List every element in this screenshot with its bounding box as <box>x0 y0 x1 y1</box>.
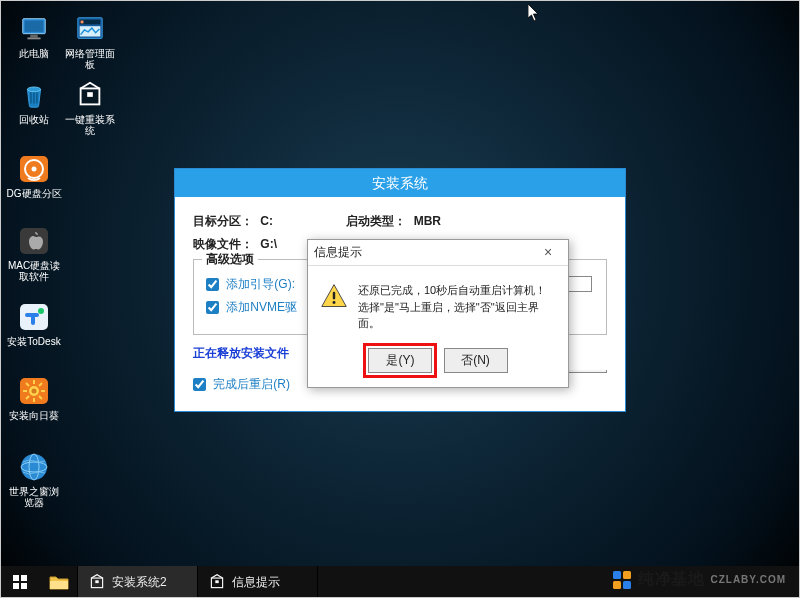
advanced-options-title: 高级选项 <box>202 251 258 268</box>
svg-point-16 <box>32 167 37 172</box>
svg-rect-13 <box>87 92 93 97</box>
desktop-icon-reinstall[interactable]: 一键重装系统 <box>62 78 118 136</box>
svg-point-37 <box>333 301 336 304</box>
checkbox-input[interactable] <box>193 378 206 391</box>
watermark-text: 纯净基地 <box>638 569 704 590</box>
checkbox-reboot[interactable]: 完成后重启(R) <box>193 376 290 393</box>
checkbox-label: 完成后重启(R) <box>213 377 290 391</box>
boot-value: MBR <box>414 214 441 228</box>
svg-rect-2 <box>30 35 38 38</box>
package-icon <box>208 573 226 591</box>
svg-rect-3 <box>27 37 40 39</box>
svg-rect-9 <box>30 92 31 103</box>
desktop-icon-macdisk[interactable]: MAC硬盘读取软件 <box>6 224 62 282</box>
svg-rect-47 <box>613 571 621 579</box>
dialog-titlebar[interactable]: 信息提示 × <box>308 240 568 266</box>
svg-rect-42 <box>50 581 68 589</box>
dialog-line2: 选择"是"马上重启，选择"否"返回主界面。 <box>358 299 556 332</box>
dialog-title: 信息提示 <box>314 244 534 261</box>
desktop-icon-label: DG硬盘分区 <box>6 188 62 199</box>
globe-icon <box>17 450 51 484</box>
sunflower-icon <box>17 374 51 408</box>
window-title: 安装系统 <box>175 169 625 197</box>
taskbar-item-label: 信息提示 <box>232 574 280 591</box>
desktop-icon-this-pc[interactable]: 此电脑 <box>6 12 62 59</box>
target-label: 目标分区： <box>193 213 253 230</box>
disk-icon <box>17 152 51 186</box>
svg-point-32 <box>32 389 37 394</box>
svg-rect-48 <box>623 571 631 579</box>
dialog-line1: 还原已完成，10秒后自动重启计算机！ <box>358 282 556 299</box>
checkbox-label: 添加NVME驱 <box>226 300 297 314</box>
target-value: C: <box>260 214 273 228</box>
taskbar-explorer[interactable] <box>40 566 78 598</box>
monitor-icon <box>17 12 51 46</box>
desktop-icon-label: 此电脑 <box>6 48 62 59</box>
checkbox-input[interactable] <box>206 301 219 314</box>
checkbox-label: 添加引导(G): <box>226 277 295 291</box>
taskbar-item-label: 安装系统2 <box>112 574 167 591</box>
svg-point-33 <box>21 454 47 480</box>
desktop-icon-todesk[interactable]: 安装ToDesk <box>6 300 62 347</box>
svg-point-21 <box>38 308 44 314</box>
apple-icon <box>17 224 51 258</box>
desktop-icon-label: 安装ToDesk <box>6 336 62 347</box>
yes-button[interactable]: 是(Y) <box>368 348 432 373</box>
checkbox-input[interactable] <box>206 278 219 291</box>
info-dialog: 信息提示 × 还原已完成，10秒后自动重启计算机！ 选择"是"马上重启，选择"否… <box>307 239 569 388</box>
taskbar-item-install2[interactable]: 安装系统2 <box>78 566 198 598</box>
svg-rect-1 <box>25 21 44 32</box>
desktop-icon-label: 安装向日葵 <box>6 410 62 421</box>
watermark-logo-icon <box>612 570 632 590</box>
desktop-icon-dg[interactable]: DG硬盘分区 <box>6 152 62 199</box>
start-button[interactable] <box>0 566 40 598</box>
desktop-icon-net-panel[interactable]: 网络管理面板 <box>62 12 118 70</box>
close-icon[interactable]: × <box>534 243 562 263</box>
svg-rect-41 <box>21 583 27 589</box>
desktop-icon-label: MAC硬盘读取软件 <box>6 260 62 282</box>
taskbar-item-info[interactable]: 信息提示 <box>198 566 318 598</box>
svg-rect-6 <box>81 21 84 24</box>
package-icon <box>73 78 107 112</box>
svg-rect-46 <box>215 580 218 583</box>
dialog-text: 还原已完成，10秒后自动重启计算机！ 选择"是"马上重启，选择"否"返回主界面。 <box>358 282 556 332</box>
watermark-url: CZLABY.COM <box>710 574 786 585</box>
desktop-icon-sunflower[interactable]: 安装向日葵 <box>6 374 62 421</box>
svg-point-8 <box>27 87 40 92</box>
no-button[interactable]: 否(N) <box>444 348 508 373</box>
svg-rect-10 <box>33 92 34 103</box>
desktop-icon-label: 世界之窗浏览器 <box>6 486 62 508</box>
desktop-icon-recycle[interactable]: 回收站 <box>6 78 62 125</box>
desktop-icon-label: 一键重装系统 <box>62 114 118 136</box>
desktop-icon-browser[interactable]: 世界之窗浏览器 <box>6 450 62 508</box>
svg-rect-38 <box>13 575 19 581</box>
warning-icon <box>320 282 348 310</box>
svg-rect-11 <box>36 92 37 103</box>
svg-rect-49 <box>613 581 621 589</box>
svg-rect-20 <box>31 313 35 325</box>
svg-rect-50 <box>623 581 631 589</box>
image-value: G:\ <box>260 237 277 251</box>
todesk-icon <box>17 300 51 334</box>
boot-label: 启动类型： <box>346 213 406 230</box>
desktop-icon-label: 网络管理面板 <box>62 48 118 70</box>
desktop-icon-label: 回收站 <box>6 114 62 125</box>
svg-rect-36 <box>333 292 335 300</box>
svg-rect-40 <box>13 583 19 589</box>
svg-rect-39 <box>21 575 27 581</box>
svg-rect-44 <box>95 580 98 583</box>
package-icon <box>88 573 106 591</box>
watermark: 纯净基地 CZLABY.COM <box>612 569 786 590</box>
dashboard-icon <box>73 12 107 46</box>
trash-icon <box>17 78 51 112</box>
